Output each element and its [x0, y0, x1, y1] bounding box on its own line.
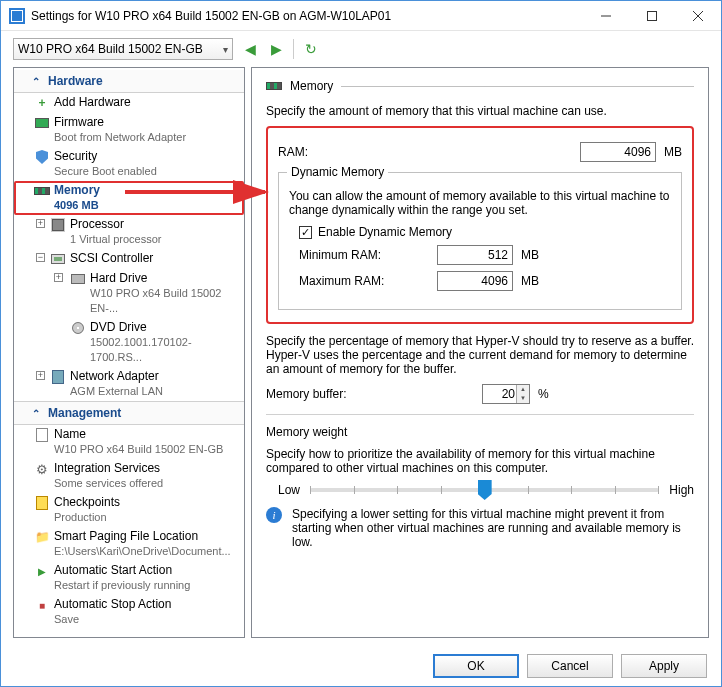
titlebar: Settings for W10 PRO x64 Build 15002 EN-… — [1, 1, 721, 31]
settings-tree: ⌃Hardware Add Hardware FirmwareBoot from… — [13, 67, 245, 638]
weight-info-text: Specifying a lower setting for this virt… — [292, 507, 694, 549]
tree-name[interactable]: NameW10 PRO x64 Build 15002 EN-GB — [14, 425, 244, 459]
intro-text: Specify the amount of memory that this v… — [266, 104, 694, 118]
toolbar: W10 PRO x64 Build 15002 EN-GB ▾ ◀ ▶ ↻ — [1, 31, 721, 67]
firmware-icon — [34, 115, 50, 131]
dvd-icon — [70, 320, 86, 336]
buffer-unit: % — [538, 387, 549, 401]
min-ram-unit: MB — [521, 248, 539, 262]
stop-icon — [34, 597, 50, 613]
network-icon — [50, 369, 66, 385]
ok-button[interactable]: OK — [433, 654, 519, 678]
nav-forward-button[interactable]: ▶ — [267, 40, 285, 58]
scsi-icon — [50, 251, 66, 267]
add-icon — [34, 95, 50, 111]
svg-rect-1 — [648, 11, 657, 20]
info-icon: i — [266, 507, 282, 523]
processor-icon — [50, 217, 66, 233]
ram-label: RAM: — [278, 145, 388, 159]
window-title: Settings for W10 PRO x64 Build 15002 EN-… — [31, 9, 583, 23]
tree-processor[interactable]: + Processor1 Virtual processor — [14, 215, 244, 249]
memory-icon — [34, 183, 50, 199]
app-icon — [9, 8, 25, 24]
panel-heading: Memory — [266, 78, 694, 94]
expand-icon[interactable]: + — [36, 219, 45, 228]
weight-high-label: High — [669, 483, 694, 497]
tree-smart-paging[interactable]: Smart Paging File LocationE:\Users\Kari\… — [14, 527, 244, 561]
tree-checkpoints[interactable]: CheckpointsProduction — [14, 493, 244, 527]
ram-input[interactable] — [580, 142, 656, 162]
tree-auto-start[interactable]: Automatic Start ActionRestart if previou… — [14, 561, 244, 595]
apply-button[interactable]: Apply — [621, 654, 707, 678]
cancel-button[interactable]: Cancel — [527, 654, 613, 678]
chevron-down-icon: ▾ — [223, 44, 228, 55]
category-hardware[interactable]: ⌃Hardware — [14, 70, 244, 93]
close-button[interactable] — [675, 1, 721, 31]
refresh-button[interactable]: ↻ — [302, 40, 320, 58]
collapse-icon[interactable]: − — [36, 253, 45, 262]
weight-low-label: Low — [278, 483, 300, 497]
tree-integration[interactable]: Integration ServicesSome services offere… — [14, 459, 244, 493]
folder-icon — [34, 529, 50, 545]
gear-icon — [34, 461, 50, 477]
tree-auto-stop[interactable]: Automatic Stop ActionSave — [14, 595, 244, 629]
settings-window: Settings for W10 PRO x64 Build 15002 EN-… — [0, 0, 722, 687]
tree-firmware[interactable]: FirmwareBoot from Network Adapter — [14, 113, 244, 147]
tree-hard-drive[interactable]: + Hard DriveW10 PRO x64 Build 15002 EN-.… — [14, 269, 244, 318]
vm-selector-dropdown[interactable]: W10 PRO x64 Build 15002 EN-GB ▾ — [13, 38, 233, 60]
expand-icon[interactable]: + — [54, 273, 63, 282]
weight-legend: Memory weight — [266, 425, 694, 439]
slider-thumb[interactable] — [478, 480, 492, 500]
min-ram-input[interactable] — [437, 245, 513, 265]
max-ram-label: Maximum RAM: — [299, 274, 429, 288]
buffer-desc: Specify the percentage of memory that Hy… — [266, 334, 694, 376]
tree-scsi[interactable]: − SCSI Controller — [14, 249, 244, 269]
max-ram-unit: MB — [521, 274, 539, 288]
weight-slider[interactable] — [310, 488, 659, 492]
min-ram-label: Minimum RAM: — [299, 248, 429, 262]
category-management[interactable]: ⌃Management — [14, 401, 244, 425]
dyn-desc: You can allow the amount of memory avail… — [289, 189, 671, 217]
dynamic-memory-group: Dynamic Memory You can allow the amount … — [278, 172, 682, 310]
memory-weight-group: Memory weight Specify how to prioritize … — [266, 425, 694, 549]
hard-drive-icon — [70, 271, 86, 287]
buffer-label: Memory buffer: — [266, 387, 396, 401]
tree-memory[interactable]: Memory4096 MB — [14, 181, 244, 215]
play-icon — [34, 563, 50, 579]
tree-add-hardware[interactable]: Add Hardware — [14, 93, 244, 113]
dialog-footer: OK Cancel Apply — [1, 646, 721, 686]
tree-security[interactable]: SecuritySecure Boot enabled — [14, 147, 244, 181]
buffer-input[interactable] — [482, 384, 530, 404]
max-ram-input[interactable] — [437, 271, 513, 291]
minimize-button[interactable] — [583, 1, 629, 31]
shield-icon — [34, 149, 50, 165]
ram-unit: MB — [664, 145, 682, 159]
nav-back-button[interactable]: ◀ — [241, 40, 259, 58]
highlighted-region: RAM: MB Dynamic Memory You can allow the… — [266, 126, 694, 324]
memory-icon — [266, 78, 282, 94]
maximize-button[interactable] — [629, 1, 675, 31]
dynamic-memory-legend: Dynamic Memory — [287, 165, 388, 179]
weight-desc: Specify how to prioritize the availabili… — [266, 447, 694, 475]
vm-selector-text: W10 PRO x64 Build 15002 EN-GB — [18, 42, 223, 56]
expand-icon[interactable]: + — [36, 371, 45, 380]
enable-dynamic-memory-checkbox[interactable]: ✓ Enable Dynamic Memory — [299, 225, 452, 239]
checkpoint-icon — [34, 495, 50, 511]
name-icon — [34, 427, 50, 443]
tree-dvd-drive[interactable]: DVD Drive15002.1001.170102-1700.RS... — [14, 318, 244, 367]
detail-panel: Memory Specify the amount of memory that… — [251, 67, 709, 638]
tree-network[interactable]: + Network AdapterAGM External LAN — [14, 367, 244, 401]
